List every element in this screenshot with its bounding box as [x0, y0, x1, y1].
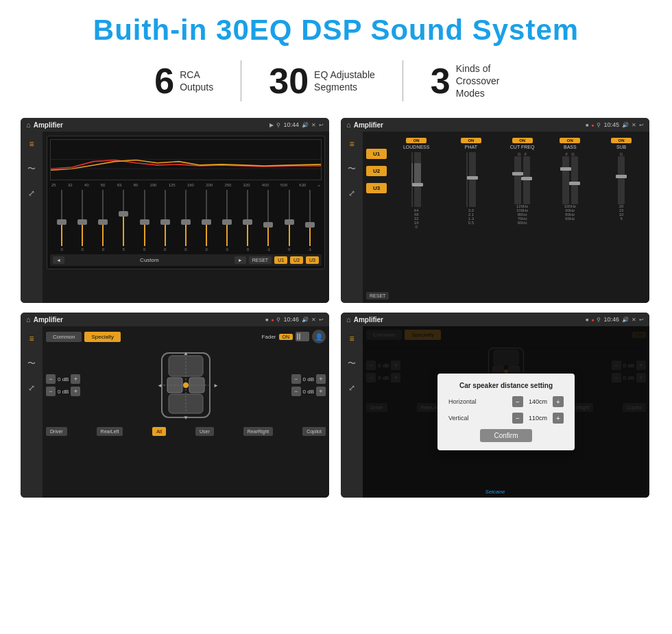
fader-on-3[interactable]: ON [279, 334, 293, 340]
home-icon-1[interactable]: ⌂ [26, 121, 31, 129]
svg-text:▲: ▲ [183, 350, 189, 356]
u2-btn[interactable]: U2 [290, 256, 303, 264]
reset-btn[interactable]: RESET [249, 256, 272, 264]
vertical-minus[interactable]: − [512, 413, 523, 424]
u1-select[interactable]: U1 [366, 149, 387, 159]
horizontal-minus[interactable]: − [512, 396, 523, 407]
eq-slider-9[interactable]: 0 [239, 190, 256, 252]
minus-right-top[interactable]: − [291, 374, 301, 384]
plus-right-bot[interactable]: + [316, 387, 326, 396]
volume-icon-4[interactable]: 🔊 [622, 317, 629, 323]
equalizer-icon[interactable]: ≡ [25, 137, 38, 151]
vertical-plus[interactable]: + [553, 413, 564, 424]
eq-slider-0[interactable]: 0 [53, 190, 70, 252]
expand-icon-2[interactable]: ⤢ [345, 186, 359, 200]
close-icon-3[interactable]: ✕ [311, 317, 316, 323]
expand-btn[interactable]: » [318, 183, 320, 187]
screen-speaker-dialog: ⌂ Amplifier ■ ● ⚲ 10:46 🔊 ✕ ↩ ≡ 〜 ⤢ [341, 313, 649, 498]
stat-eq: 30 EQ AdjustableSegments [241, 63, 403, 99]
rearright-btn-3[interactable]: RearRight [243, 427, 274, 436]
time-2: 10:45 [603, 121, 619, 128]
wave-icon-4[interactable]: 〜 [345, 356, 359, 370]
minus-right-bot[interactable]: − [291, 387, 301, 396]
back-icon-1[interactable]: ↩ [319, 122, 324, 128]
minus-left-bot[interactable]: − [46, 387, 56, 396]
plus-left-top[interactable]: + [71, 374, 80, 384]
wave-icon-3[interactable]: 〜 [25, 356, 38, 370]
fader-controls[interactable] [296, 332, 309, 341]
plus-right-top[interactable]: + [316, 374, 326, 384]
play-icon-1[interactable]: ▶ [269, 122, 274, 128]
eq-slider-4[interactable]: 0 [136, 190, 153, 252]
screen-effects: ⌂ Amplifier ■ ● ⚲ 10:45 🔊 ✕ ↩ ≡ 〜 ⤢ [341, 118, 649, 303]
status-bar-4: ⌂ Amplifier ■ ● ⚲ 10:46 🔊 ✕ ↩ [341, 313, 649, 326]
u3-btn[interactable]: U3 [306, 256, 319, 264]
sub-on[interactable]: ON [611, 138, 632, 143]
loudness-on[interactable]: ON [406, 138, 427, 143]
expand-icon-3[interactable]: ⤢ [25, 381, 38, 395]
next-btn[interactable]: ► [235, 256, 246, 264]
home-icon-3[interactable]: ⌂ [26, 315, 31, 324]
speaker-main-4: Common Specialty ON − 0 dB + [363, 326, 649, 498]
confirm-button[interactable]: Confirm [480, 429, 531, 442]
common-tab-3[interactable]: Common [46, 332, 82, 342]
db-right-bottom[interactable]: − 0 dB + [291, 387, 326, 396]
u2-select[interactable]: U2 [366, 166, 387, 176]
app-title-4: Amplifier [354, 316, 583, 324]
volume-icon-3[interactable]: 🔊 [302, 317, 309, 323]
phat-on[interactable]: ON [461, 138, 481, 143]
driver-btn-3[interactable]: Driver [46, 427, 67, 436]
expand-icon-4[interactable]: ⤢ [345, 381, 359, 395]
all-btn-3[interactable]: All [152, 427, 166, 436]
eq-slider-7[interactable]: 0 [198, 190, 215, 252]
volume-icon-2[interactable]: 🔊 [622, 122, 629, 128]
wave-icon[interactable]: 〜 [25, 162, 38, 175]
side-icons-3: ≡ 〜 ⤢ [21, 326, 43, 498]
minus-left-top[interactable]: − [46, 374, 56, 384]
volume-icon-1[interactable]: 🔊 [302, 122, 309, 128]
user-btn-3[interactable]: User [195, 427, 214, 436]
db-left-bottom[interactable]: − 0 dB + [46, 387, 80, 396]
eq-slider-2[interactable]: 0 [95, 190, 111, 252]
cutfreq-on[interactable]: ON [512, 138, 533, 143]
home-icon-4[interactable]: ⌂ [346, 315, 351, 324]
specialty-tab-3[interactable]: Specialty [84, 332, 120, 342]
eq-slider-8[interactable]: 0 [219, 190, 235, 252]
close-icon-1[interactable]: ✕ [311, 122, 316, 128]
svg-text:◄: ◄ [157, 382, 163, 389]
bass-on[interactable]: ON [560, 138, 580, 143]
back-icon-3[interactable]: ↩ [319, 317, 324, 323]
eq-slider-6[interactable]: 0 [178, 190, 194, 252]
u1-btn[interactable]: U1 [274, 256, 287, 264]
horizontal-label: Horizontal [448, 398, 490, 405]
home-icon-2[interactable]: ⌂ [346, 121, 351, 129]
close-icon-2[interactable]: ✕ [632, 122, 636, 128]
prev-btn[interactable]: ◄ [53, 256, 64, 264]
eq-slider-10[interactable]: -1 [260, 190, 276, 252]
freq-500: 500 [280, 183, 287, 187]
horizontal-plus[interactable]: + [553, 396, 564, 407]
u3-select[interactable]: U3 [366, 183, 387, 193]
status-bar-1: ⌂ Amplifier ▶ ⚲ 10:44 🔊 ✕ ↩ [21, 118, 329, 132]
back-icon-4[interactable]: ↩ [639, 317, 644, 323]
db-left-top[interactable]: − 0 dB + [46, 374, 80, 384]
plus-left-bot[interactable]: + [71, 387, 80, 396]
reset-effects-btn[interactable]: RESET [366, 292, 389, 300]
rearleft-btn-3[interactable]: RearLeft [97, 427, 123, 436]
eq-slider-1[interactable]: 0 [74, 190, 91, 252]
close-icon-4[interactable]: ✕ [632, 317, 636, 323]
expand-icon[interactable]: ⤢ [25, 186, 38, 200]
copilot-btn-3[interactable]: Copilot [302, 427, 326, 436]
eq-slider-11[interactable]: 0 [281, 190, 298, 252]
wave-icon-2[interactable]: 〜 [345, 162, 359, 175]
db-right-top[interactable]: − 0 dB + [291, 374, 326, 384]
eq-icon-4[interactable]: ≡ [345, 332, 359, 345]
eq-icon-2[interactable]: ≡ [345, 137, 359, 151]
bass-label: BASS [564, 145, 577, 149]
eq-slider-3[interactable]: 5 [115, 190, 132, 252]
eq-icon-3[interactable]: ≡ [25, 332, 38, 345]
eq-slider-12[interactable]: -1 [302, 190, 318, 252]
eq-slider-5[interactable]: 0 [157, 190, 173, 252]
svg-text:▼: ▼ [183, 415, 189, 421]
back-icon-2[interactable]: ↩ [639, 122, 644, 128]
